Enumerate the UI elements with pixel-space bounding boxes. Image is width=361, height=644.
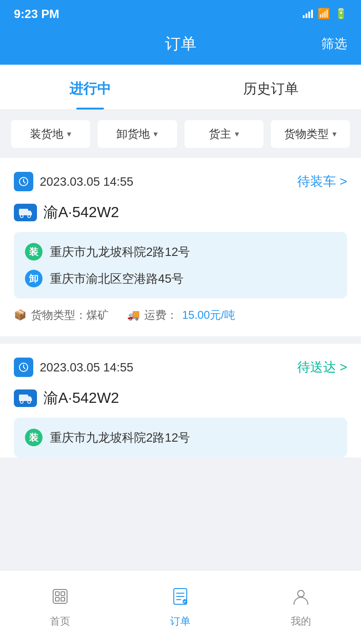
truck-icon <box>14 204 37 221</box>
status-time: 9:23 PM <box>14 7 59 21</box>
svg-rect-5 <box>19 395 28 401</box>
order-card[interactable]: 2023.03.05 14:55 待送达 > 渝A·542W2 装 重庆市九龙坡 <box>0 344 361 457</box>
nav-item-orders[interactable]: 订单 <box>120 587 240 628</box>
page-title: 订单 <box>165 33 196 55</box>
nav-label-orders: 订单 <box>170 614 190 628</box>
order-truck: 渝A·542W2 <box>14 202 347 223</box>
order-meta: 📦 货物类型：煤矿 🚚 运费： 15.00元/吨 <box>14 308 347 322</box>
freight-item: 🚚 运费： 15.00元/吨 <box>127 308 235 322</box>
chevron-down-icon: ▾ <box>235 129 239 139</box>
tab-active[interactable]: 进行中 <box>0 65 181 109</box>
home-icon <box>50 587 70 611</box>
load-address-text: 重庆市九龙坡科院2路12号 <box>50 430 190 446</box>
truck-plate: 渝A·542W2 <box>43 388 119 408</box>
order-card[interactable]: 2023.03.05 14:55 待装车 > 渝A·542W2 装 重庆市九龙坡 <box>0 158 361 336</box>
svg-rect-12 <box>61 597 65 601</box>
signal-icon <box>303 10 313 18</box>
unload-address-text: 重庆市渝北区空港路45号 <box>50 271 184 287</box>
order-truck: 渝A·542W2 <box>14 388 347 408</box>
header: 订单 筛选 <box>0 28 361 65</box>
profile-icon <box>291 587 311 611</box>
svg-point-3 <box>28 215 31 218</box>
load-address-text: 重庆市九龙坡科院2路12号 <box>50 244 190 260</box>
clock-icon <box>14 358 33 377</box>
order-header: 2023.03.05 14:55 待装车 > <box>14 172 347 191</box>
load-address-row: 装 重庆市九龙坡科院2路12号 <box>25 429 336 446</box>
chevron-down-icon: ▾ <box>332 129 337 139</box>
tab-history[interactable]: 历史订单 <box>181 65 361 109</box>
load-address-row: 装 重庆市九龙坡科院2路12号 <box>25 243 336 261</box>
filter-owner-btn[interactable]: 货主 ▾ <box>184 120 263 148</box>
order-status-badge[interactable]: 待送达 > <box>297 358 347 376</box>
filter-bar: 装货地 ▾ 卸货地 ▾ 货主 ▾ 货物类型 ▾ <box>0 111 361 157</box>
clock-icon <box>14 172 33 191</box>
address-box: 装 重庆市九龙坡科院2路12号 卸 重庆市渝北区空港路45号 <box>14 232 347 298</box>
unload-badge: 卸 <box>25 270 43 287</box>
order-time: 2023.03.05 14:55 <box>14 172 133 191</box>
status-icons: 📶 🔋 <box>303 8 347 20</box>
filter-unload-btn[interactable]: 卸货地 ▾ <box>98 120 177 148</box>
filter-load-btn[interactable]: 装货地 ▾ <box>11 120 90 148</box>
box-icon: 📦 <box>14 309 26 321</box>
freight-value: 15.00元/吨 <box>182 308 235 322</box>
nav-label-mine: 我的 <box>291 614 311 628</box>
svg-point-18 <box>298 590 304 597</box>
orders-icon <box>171 587 190 611</box>
freight-icon: 🚚 <box>127 309 140 321</box>
filter-type-btn[interactable]: 货物类型 ▾ <box>271 120 350 148</box>
svg-point-7 <box>28 401 31 403</box>
tabs-section: 进行中 历史订单 <box>0 65 361 110</box>
nav-item-mine[interactable]: 我的 <box>241 587 361 628</box>
tabs-container: 进行中 历史订单 <box>0 65 361 110</box>
svg-point-2 <box>20 215 23 218</box>
svg-rect-1 <box>19 209 28 215</box>
cargo-type-item: 📦 货物类型：煤矿 <box>14 308 109 322</box>
filter-button[interactable]: 筛选 <box>321 35 347 53</box>
svg-rect-10 <box>61 592 65 595</box>
nav-item-home[interactable]: 首页 <box>0 587 120 628</box>
order-header: 2023.03.05 14:55 待送达 > <box>14 358 347 377</box>
svg-point-6 <box>20 401 23 403</box>
bottom-nav: 首页 订单 我的 <box>0 570 361 644</box>
status-bar: 9:23 PM 📶 🔋 <box>0 0 361 28</box>
orders-list: 2023.03.05 14:55 待装车 > 渝A·542W2 装 重庆市九龙坡 <box>0 158 361 541</box>
order-time: 2023.03.05 14:55 <box>14 358 133 377</box>
order-status-badge[interactable]: 待装车 > <box>297 173 347 190</box>
load-badge: 装 <box>25 243 43 261</box>
truck-plate: 渝A·542W2 <box>43 202 119 223</box>
chevron-down-icon: ▾ <box>67 129 71 139</box>
nav-label-home: 首页 <box>50 614 70 628</box>
chevron-down-icon: ▾ <box>153 129 158 139</box>
battery-icon: 🔋 <box>335 8 347 20</box>
truck-icon <box>14 389 37 407</box>
svg-rect-9 <box>55 592 59 595</box>
load-badge: 装 <box>25 429 43 446</box>
svg-rect-11 <box>55 597 59 601</box>
unload-address-row: 卸 重庆市渝北区空港路45号 <box>25 270 336 287</box>
address-box-partial: 装 重庆市九龙坡科院2路12号 <box>14 418 347 457</box>
wifi-icon: 📶 <box>318 8 330 20</box>
